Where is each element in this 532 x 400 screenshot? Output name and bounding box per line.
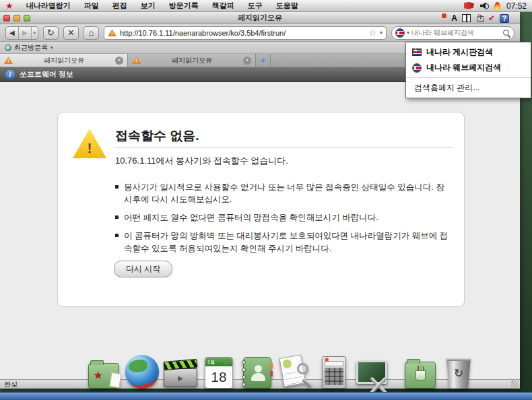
web-search-flag-icon [412,63,422,73]
url-bar[interactable]: ! ☆ ▾ [104,26,387,40]
recent-history-icon [5,44,11,51]
page-content: ! 접속할수 없음. 10.76.1.11에서 봉사기와 접속할수 없습니다. … [0,82,520,379]
checkmark-icon[interactable]: ✔ [488,13,495,23]
reload-button[interactable]: ↻ [43,26,59,40]
dock-item-document-search[interactable] [278,351,313,389]
pencil-cup-icon[interactable] [475,14,484,22]
menu-item-board-search[interactable]: 내나라 게시판검색 [406,44,531,60]
globe-icon [125,355,159,389]
dock-item-web-browser[interactable] [125,351,160,389]
dock-item-utilities[interactable] [403,351,438,389]
stop-button[interactable]: ✕ [63,26,79,40]
url-input[interactable] [120,29,365,37]
info-icon: i [5,70,15,79]
clock: 07:52 [506,1,527,11]
search-engine-menu: 내나라 게시판검색 내나라 웨브페지검색 검색홈페지 관리... [405,42,531,98]
calendar-month: 1월 [207,359,215,366]
back-forward-group: ◀ ▶ ▾ [5,26,38,40]
calculator-icon: 🔴 [322,356,346,389]
search-box[interactable]: ▾ [391,26,514,40]
folder-star-icon: ★ [88,363,119,389]
taskbar[interactable] [0,392,532,400]
calendar-day: 18 [205,366,232,388]
navigation-toolbar: ◀ ▶ ▾ ↻ ✕ ⌂ ! ☆ ▾ ▾ [0,24,520,42]
menu-item-web-search[interactable]: 내나라 웨브페지검색 [406,60,531,75]
dock-item-address-book[interactable] [240,351,275,389]
font-icon[interactable]: A [451,14,457,23]
history-dropdown-icon[interactable]: ▾ [32,27,38,39]
menu-separator [406,77,531,78]
forward-button[interactable]: ▶ [19,27,32,39]
document-search-icon [279,354,312,389]
flame-tray-icon[interactable] [494,2,500,10]
menu-view[interactable]: 보기 [134,1,162,11]
warning-triangle-icon: ! [73,129,106,158]
menu-item-manage-search[interactable]: 검색홈페지 관리... [406,80,531,96]
search-icon[interactable] [502,29,510,37]
home-button[interactable]: ⌂ [84,26,99,40]
menu-edit[interactable]: 편집 [106,1,134,11]
bullet-icon [115,185,119,189]
dock-item-trash[interactable]: ↻ [441,351,476,389]
clapperboard-icon: ▶ [164,360,197,389]
menu-bookmarks[interactable]: 책갈피 [205,1,241,11]
tab-warning-icon: ! [132,57,141,64]
menu-tools[interactable]: 도구 [241,1,269,11]
window-titlebar[interactable]: 페지읽기오유 A ✔ ? [0,12,520,24]
dock-item-calendar[interactable]: 1월 :::: 18 [201,351,236,389]
tab-label: 페지읽기오유 [16,56,112,65]
red-dot-icon [442,13,446,18]
board-search-flag-icon [412,48,422,56]
settings-tools-icon [356,359,389,389]
dock: ★ ▶ 1월 :::: 18 [86,348,476,389]
url-dropdown-icon[interactable]: ▾ [380,30,383,36]
menu-help[interactable]: 도움말 [269,1,305,11]
bullet-icon [115,215,119,219]
resize-grip[interactable] [511,380,519,387]
calendar-icon: 1월 :::: 18 [205,357,233,389]
desktop: ★ 내나라열람기 파일 편집 보기 방문기록 책갈피 도구 도움말 07:52 … [0,0,532,400]
site-warning-icon: ! [108,29,117,36]
utilities-folder-icon [405,362,436,389]
new-tab-button[interactable]: + [256,54,271,67]
menu-history[interactable]: 방문기록 [162,1,205,11]
tab-error-page-2[interactable]: ! 페지읽기오유 × [128,54,256,67]
dock-item-file-manager[interactable]: ★ [86,351,121,389]
help-icon[interactable]: ? [500,14,509,23]
tab-label: 페지읽기오유 [144,56,240,65]
retry-button[interactable]: 다시 시작 [114,261,172,277]
list-item: 봉사기가 일시적으로 사용할수 없거나 또는 너무 많은 접속중인 상태일수 있… [115,181,448,205]
flag-tray-icon[interactable] [464,2,474,9]
global-menu-bar: ★ 내나라열람기 파일 편집 보기 방문기록 책갈피 도구 도움말 07:52 [0,0,532,12]
search-input[interactable] [411,29,500,36]
tab-error-page-1[interactable]: ! 페지읽기오유 × [0,54,128,67]
error-subtitle: 10.76.1.11에서 봉사기와 접속할수 없습니다. [115,155,288,167]
tab-close-button[interactable]: × [243,57,251,65]
error-bullet-list: 봉사기가 일시적으로 사용할수 없거나 또는 너무 많은 접속중인 상태일수 있… [115,181,448,261]
tab-warning-icon: ! [4,57,13,64]
dock-item-system-settings[interactable] [355,351,390,389]
volume-icon[interactable] [480,2,488,9]
address-book-icon [243,357,271,389]
dock-item-media-player[interactable]: ▶ [163,351,198,389]
infobar-label: 쏘프트웨어 정보 [20,69,73,79]
dock-item-calculator[interactable]: 🔴 [317,351,352,389]
tab-close-button[interactable]: × [115,57,123,65]
back-button[interactable]: ◀ [6,27,19,39]
red-star-logo-icon[interactable]: ★ [5,1,13,11]
recent-visits-menu[interactable]: 최근방문록 [14,43,48,53]
search-engine-dropdown-icon[interactable]: ▾ [407,30,409,36]
error-title: 접속할수 없음. [115,127,199,145]
split-panes-icon[interactable] [462,14,471,22]
list-item: 이 콤퓨터가 망의 방화벽 또는 대리봉사기로 보호되여있다면 내나라열람기가 … [115,230,448,254]
chevron-down-icon: ▾ [51,45,53,51]
divider [115,147,452,148]
menu-file[interactable]: 파일 [77,1,106,11]
search-engine-flag-icon[interactable] [395,28,405,38]
bullet-icon [115,234,119,237]
status-text: 완성 [4,380,18,389]
menu-app[interactable]: 내나라열람기 [20,1,77,11]
list-item: 어떤 페지도 열수 없다면 콤퓨터의 망접속을 확인해보시기 바랍니다. [115,211,448,224]
error-card: ! 접속할수 없음. 10.76.1.11에서 봉사기와 접속할수 없습니다. … [57,112,465,307]
bookmark-star-icon[interactable]: ☆ [368,28,376,38]
